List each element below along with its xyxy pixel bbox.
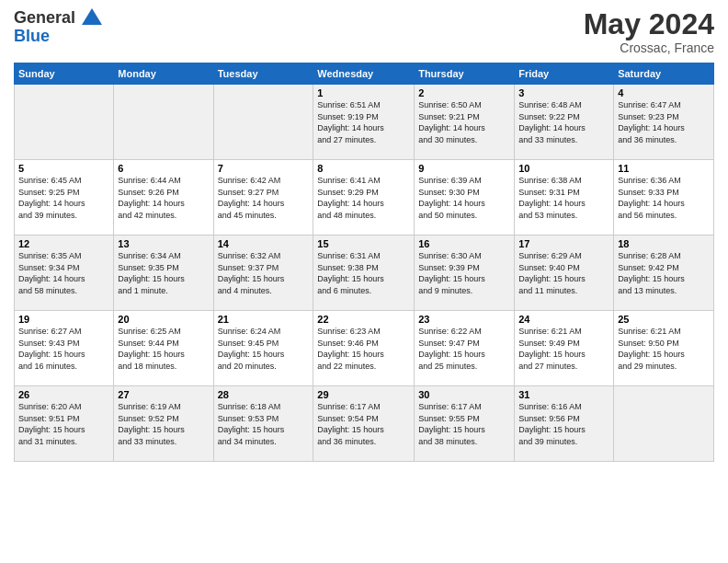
table-row: 22Sunrise: 6:23 AM Sunset: 9:46 PM Dayli…: [313, 311, 415, 386]
table-row: 20Sunrise: 6:25 AM Sunset: 9:44 PM Dayli…: [114, 311, 213, 386]
day-info: Sunrise: 6:50 AM Sunset: 9:21 PM Dayligh…: [418, 99, 510, 145]
day-number: 15: [317, 238, 410, 249]
col-saturday: Saturday: [614, 63, 714, 85]
day-number: 27: [118, 389, 209, 400]
day-number: 10: [518, 163, 609, 174]
table-row: 4Sunrise: 6:47 AM Sunset: 9:23 PM Daylig…: [614, 85, 714, 160]
table-row: 19Sunrise: 6:27 AM Sunset: 9:43 PM Dayli…: [15, 311, 114, 386]
table-row: 11Sunrise: 6:36 AM Sunset: 9:33 PM Dayli…: [614, 160, 714, 236]
day-number: 23: [418, 314, 510, 325]
day-number: 28: [218, 389, 310, 400]
day-info: Sunrise: 6:21 AM Sunset: 9:50 PM Dayligh…: [618, 326, 710, 372]
header: General Blue May 2024 Crossac, France: [14, 9, 714, 55]
table-row: 25Sunrise: 6:21 AM Sunset: 9:50 PM Dayli…: [614, 311, 714, 386]
day-number: 11: [618, 163, 710, 174]
day-info: Sunrise: 6:20 AM Sunset: 9:51 PM Dayligh…: [18, 401, 109, 447]
day-info: Sunrise: 6:38 AM Sunset: 9:31 PM Dayligh…: [518, 175, 609, 221]
col-sunday: Sunday: [15, 63, 114, 85]
table-row: 2Sunrise: 6:50 AM Sunset: 9:21 PM Daylig…: [415, 85, 515, 160]
day-info: Sunrise: 6:31 AM Sunset: 9:38 PM Dayligh…: [317, 250, 410, 296]
table-row: 14Sunrise: 6:32 AM Sunset: 9:37 PM Dayli…: [213, 236, 313, 311]
day-info: Sunrise: 6:48 AM Sunset: 9:22 PM Dayligh…: [518, 99, 609, 145]
col-thursday: Thursday: [415, 63, 515, 85]
table-row: 26Sunrise: 6:20 AM Sunset: 9:51 PM Dayli…: [15, 386, 114, 462]
calendar-week-row: 19Sunrise: 6:27 AM Sunset: 9:43 PM Dayli…: [15, 311, 714, 386]
table-row: [15, 85, 114, 160]
table-row: 12Sunrise: 6:35 AM Sunset: 9:34 PM Dayli…: [15, 236, 114, 311]
day-info: Sunrise: 6:34 AM Sunset: 9:35 PM Dayligh…: [118, 250, 209, 296]
day-number: 7: [218, 163, 310, 174]
day-number: 2: [418, 87, 510, 98]
calendar-header-row: Sunday Monday Tuesday Wednesday Thursday…: [15, 63, 714, 85]
table-row: [614, 386, 714, 462]
day-info: Sunrise: 6:19 AM Sunset: 9:52 PM Dayligh…: [118, 401, 209, 447]
location-title: Crossac, France: [584, 40, 714, 55]
day-number: 18: [618, 238, 710, 249]
day-number: 22: [317, 314, 410, 325]
table-row: 31Sunrise: 6:16 AM Sunset: 9:56 PM Dayli…: [515, 386, 614, 462]
day-info: Sunrise: 6:30 AM Sunset: 9:39 PM Dayligh…: [418, 250, 510, 296]
day-number: 1: [317, 87, 410, 98]
title-block: May 2024 Crossac, France: [584, 9, 714, 55]
table-row: 10Sunrise: 6:38 AM Sunset: 9:31 PM Dayli…: [515, 160, 614, 236]
table-row: 28Sunrise: 6:18 AM Sunset: 9:53 PM Dayli…: [213, 386, 313, 462]
calendar-week-row: 5Sunrise: 6:45 AM Sunset: 9:25 PM Daylig…: [15, 160, 714, 236]
table-row: 16Sunrise: 6:30 AM Sunset: 9:39 PM Dayli…: [415, 236, 515, 311]
col-wednesday: Wednesday: [313, 63, 415, 85]
table-row: 8Sunrise: 6:41 AM Sunset: 9:29 PM Daylig…: [313, 160, 415, 236]
day-number: 13: [118, 238, 209, 249]
table-row: 3Sunrise: 6:48 AM Sunset: 9:22 PM Daylig…: [515, 85, 614, 160]
day-info: Sunrise: 6:44 AM Sunset: 9:26 PM Dayligh…: [118, 175, 209, 221]
table-row: 13Sunrise: 6:34 AM Sunset: 9:35 PM Dayli…: [114, 236, 213, 311]
day-info: Sunrise: 6:39 AM Sunset: 9:30 PM Dayligh…: [418, 175, 510, 221]
calendar-week-row: 26Sunrise: 6:20 AM Sunset: 9:51 PM Dayli…: [15, 386, 714, 462]
table-row: 5Sunrise: 6:45 AM Sunset: 9:25 PM Daylig…: [15, 160, 114, 236]
day-info: Sunrise: 6:32 AM Sunset: 9:37 PM Dayligh…: [218, 250, 310, 296]
day-info: Sunrise: 6:42 AM Sunset: 9:27 PM Dayligh…: [218, 175, 310, 221]
day-info: Sunrise: 6:16 AM Sunset: 9:56 PM Dayligh…: [518, 401, 609, 447]
day-info: Sunrise: 6:41 AM Sunset: 9:29 PM Dayligh…: [317, 175, 410, 221]
day-number: 3: [518, 87, 609, 98]
day-info: Sunrise: 6:17 AM Sunset: 9:54 PM Dayligh…: [317, 401, 410, 447]
day-number: 21: [218, 314, 310, 325]
day-number: 14: [218, 238, 310, 249]
table-row: 7Sunrise: 6:42 AM Sunset: 9:27 PM Daylig…: [213, 160, 313, 236]
table-row: 21Sunrise: 6:24 AM Sunset: 9:45 PM Dayli…: [213, 311, 313, 386]
table-row: 30Sunrise: 6:17 AM Sunset: 9:55 PM Dayli…: [415, 386, 515, 462]
logo: General Blue: [14, 9, 102, 46]
col-tuesday: Tuesday: [213, 63, 313, 85]
svg-marker-0: [82, 8, 102, 25]
day-number: 5: [18, 163, 109, 174]
table-row: 9Sunrise: 6:39 AM Sunset: 9:30 PM Daylig…: [415, 160, 515, 236]
day-number: 20: [118, 314, 209, 325]
day-info: Sunrise: 6:24 AM Sunset: 9:45 PM Dayligh…: [218, 326, 310, 372]
table-row: [114, 85, 213, 160]
day-info: Sunrise: 6:22 AM Sunset: 9:47 PM Dayligh…: [418, 326, 510, 372]
calendar-week-row: 12Sunrise: 6:35 AM Sunset: 9:34 PM Dayli…: [15, 236, 714, 311]
day-number: 29: [317, 389, 410, 400]
day-info: Sunrise: 6:23 AM Sunset: 9:46 PM Dayligh…: [317, 326, 410, 372]
day-number: 24: [518, 314, 609, 325]
table-row: 29Sunrise: 6:17 AM Sunset: 9:54 PM Dayli…: [313, 386, 415, 462]
calendar-table: Sunday Monday Tuesday Wednesday Thursday…: [14, 63, 714, 462]
table-row: 17Sunrise: 6:29 AM Sunset: 9:40 PM Dayli…: [515, 236, 614, 311]
table-row: 23Sunrise: 6:22 AM Sunset: 9:47 PM Dayli…: [415, 311, 515, 386]
table-row: 24Sunrise: 6:21 AM Sunset: 9:49 PM Dayli…: [515, 311, 614, 386]
day-number: 19: [18, 314, 109, 325]
table-row: [213, 85, 313, 160]
day-number: 30: [418, 389, 510, 400]
day-number: 4: [618, 87, 710, 98]
col-friday: Friday: [515, 63, 614, 85]
day-number: 31: [518, 389, 609, 400]
day-info: Sunrise: 6:18 AM Sunset: 9:53 PM Dayligh…: [218, 401, 310, 447]
table-row: 6Sunrise: 6:44 AM Sunset: 9:26 PM Daylig…: [114, 160, 213, 236]
day-info: Sunrise: 6:17 AM Sunset: 9:55 PM Dayligh…: [418, 401, 510, 447]
day-number: 9: [418, 163, 510, 174]
logo-blue: Blue: [14, 27, 50, 45]
day-info: Sunrise: 6:47 AM Sunset: 9:23 PM Dayligh…: [618, 99, 710, 145]
col-monday: Monday: [114, 63, 213, 85]
day-number: 16: [418, 238, 510, 249]
day-number: 6: [118, 163, 209, 174]
table-row: 15Sunrise: 6:31 AM Sunset: 9:38 PM Dayli…: [313, 236, 415, 311]
day-info: Sunrise: 6:51 AM Sunset: 9:19 PM Dayligh…: [317, 99, 410, 145]
